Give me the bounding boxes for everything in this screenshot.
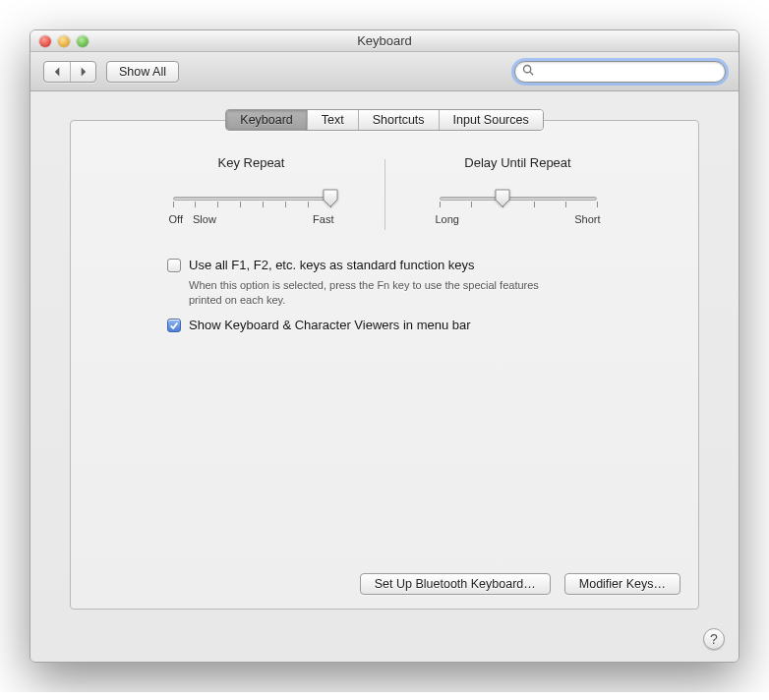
fn-keys-option[interactable]: Use all F1, F2, etc. keys as standard fu… bbox=[167, 258, 631, 272]
tab-bar: Keyboard Text Shortcuts Input Sources bbox=[70, 109, 699, 131]
back-button[interactable] bbox=[44, 62, 70, 82]
content-area: Keyboard Text Shortcuts Input Sources Ke… bbox=[30, 91, 739, 662]
tab-panel: Key Repeat Off Slow Fast Delay Until R bbox=[70, 120, 699, 610]
delay-section: Delay Until Repeat Long Short bbox=[415, 155, 621, 230]
key-repeat-off-label: Off bbox=[169, 213, 183, 225]
fn-keys-checkbox[interactable] bbox=[167, 259, 181, 272]
key-repeat-title: Key Repeat bbox=[148, 155, 355, 170]
fn-keys-description: When this option is selected, press the … bbox=[189, 278, 543, 308]
delay-slider[interactable] bbox=[440, 188, 597, 211]
bluetooth-keyboard-button[interactable]: Set Up Bluetooth Keyboard… bbox=[360, 573, 551, 595]
tab-text[interactable]: Text bbox=[307, 110, 358, 130]
search-field[interactable] bbox=[514, 61, 726, 83]
traffic-lights bbox=[30, 35, 89, 47]
window-title: Keyboard bbox=[30, 33, 739, 48]
forward-button[interactable] bbox=[70, 62, 95, 82]
close-icon[interactable] bbox=[39, 35, 51, 47]
titlebar[interactable]: Keyboard bbox=[30, 30, 739, 52]
show-viewers-checkbox[interactable] bbox=[167, 319, 181, 332]
toolbar: Show All bbox=[30, 52, 739, 91]
show-viewers-label: Show Keyboard & Character Viewers in men… bbox=[189, 318, 471, 332]
tab-keyboard[interactable]: Keyboard bbox=[226, 110, 307, 130]
footer-buttons: Set Up Bluetooth Keyboard… Modifier Keys… bbox=[71, 573, 698, 595]
svg-point-0 bbox=[524, 66, 531, 73]
zoom-icon[interactable] bbox=[77, 35, 89, 47]
key-repeat-section: Key Repeat Off Slow Fast bbox=[148, 155, 355, 230]
delay-long-label: Long bbox=[436, 213, 459, 225]
key-repeat-slow-label: Slow bbox=[193, 213, 216, 225]
key-repeat-slider[interactable] bbox=[173, 188, 330, 211]
nav-back-forward bbox=[43, 61, 96, 83]
options-group: Use all F1, F2, etc. keys as standard fu… bbox=[118, 258, 651, 332]
svg-line-1 bbox=[530, 72, 533, 75]
minimize-icon[interactable] bbox=[58, 35, 70, 47]
delay-title: Delay Until Repeat bbox=[415, 155, 621, 170]
show-viewers-option[interactable]: Show Keyboard & Character Viewers in men… bbox=[167, 318, 631, 332]
preferences-window: Keyboard Show All Keyboard Text Shortcut… bbox=[30, 29, 739, 663]
show-all-button[interactable]: Show All bbox=[106, 61, 179, 83]
key-repeat-fast-label: Fast bbox=[313, 213, 333, 225]
slider-divider bbox=[384, 159, 385, 230]
help-button[interactable]: ? bbox=[703, 628, 725, 650]
slider-knob[interactable] bbox=[323, 189, 338, 207]
search-input[interactable] bbox=[538, 65, 718, 79]
slider-knob[interactable] bbox=[495, 189, 510, 207]
fn-keys-label: Use all F1, F2, etc. keys as standard fu… bbox=[189, 258, 474, 272]
delay-short-label: Short bbox=[574, 213, 600, 225]
modifier-keys-button[interactable]: Modifier Keys… bbox=[564, 573, 680, 595]
tab-input-sources[interactable]: Input Sources bbox=[439, 110, 543, 130]
search-icon bbox=[522, 64, 534, 79]
tab-shortcuts[interactable]: Shortcuts bbox=[358, 110, 439, 130]
